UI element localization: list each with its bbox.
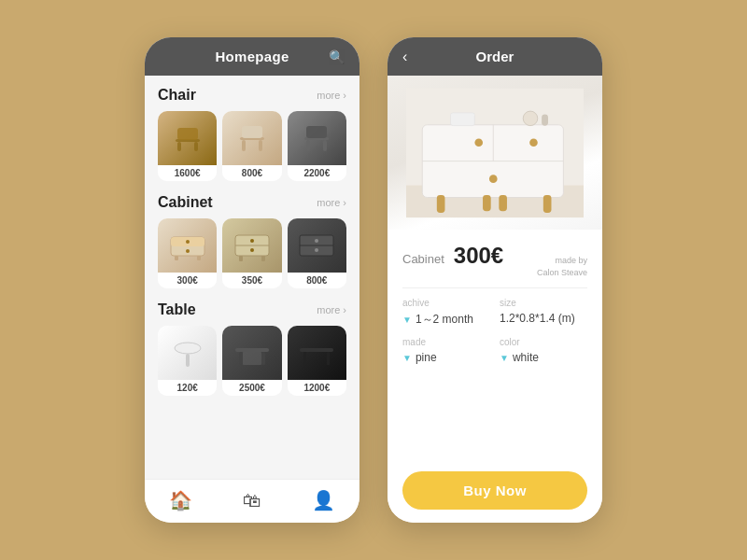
svg-rect-22 (239, 256, 243, 261)
cabinet-card-1[interactable]: 300€ (158, 218, 217, 288)
svg-point-15 (186, 249, 190, 253)
left-header: Homepage 🔍 (145, 37, 359, 76)
svg-rect-50 (542, 114, 548, 125)
chair-card-2[interactable]: 800€ (222, 111, 281, 181)
spec-size-value: 1.2*0.8*1.4 (m) (500, 312, 575, 325)
chair-svg-3 (297, 119, 336, 158)
spec-size: size 1.2*0.8*1.4 (m) (500, 298, 587, 328)
cabinet-img-3 (288, 218, 346, 273)
svg-rect-11 (323, 140, 327, 151)
nav-home[interactable]: 🏠 (145, 489, 217, 511)
spec-color-value-row[interactable]: ▼ white (500, 351, 587, 364)
chair-card-1[interactable]: 1600€ (158, 111, 217, 181)
divider-1 (402, 287, 587, 288)
cabinet-card-2[interactable]: 350€ (222, 218, 281, 288)
table-card-1[interactable]: 120€ (158, 326, 217, 396)
table-img-1 (158, 326, 217, 380)
profile-icon: 👤 (312, 489, 335, 511)
svg-rect-16 (175, 256, 178, 260)
cabinet-img-1 (158, 218, 217, 273)
cabinet-price-3: 800€ (288, 273, 346, 288)
svg-rect-29 (186, 354, 190, 367)
spec-color-arrow: ▼ (500, 353, 509, 363)
chair-svg-2 (233, 119, 272, 158)
chair-price-1: 1600€ (158, 165, 217, 181)
cabinet-svg-2 (232, 228, 273, 263)
specs-grid: achive ▼ 1～2 month size 1.2*0.8*1.4 (m) … (402, 298, 587, 364)
spec-made-label: made (402, 337, 490, 347)
cabinet-price-2: 350€ (222, 273, 281, 288)
svg-rect-23 (261, 256, 265, 261)
cabinet-svg-1 (167, 228, 208, 263)
svg-point-42 (474, 138, 483, 147)
table-card-3[interactable]: 1200€ (288, 326, 346, 396)
svg-point-44 (489, 175, 498, 183)
svg-rect-31 (239, 352, 243, 365)
chair-section: Chair more › 1600€ (158, 87, 346, 181)
svg-rect-1 (177, 128, 198, 140)
svg-rect-5 (242, 126, 262, 138)
chair-card-3[interactable]: 2200€ (288, 111, 346, 181)
svg-point-26 (315, 239, 318, 243)
svg-rect-9 (306, 126, 327, 138)
nav-cart[interactable]: 🛍 (217, 489, 289, 511)
spec-made: made ▼ pine (402, 337, 490, 364)
cabinet-price-1: 300€ (158, 273, 217, 288)
svg-rect-45 (437, 194, 445, 212)
chair-img-1 (158, 111, 217, 165)
cabinet-more-button[interactable]: more › (317, 197, 346, 208)
table-svg-1 (169, 335, 206, 371)
svg-point-27 (315, 248, 318, 252)
cart-icon: 🛍 (243, 490, 261, 511)
cabinet-card-3[interactable]: 800€ (288, 218, 346, 288)
chair-section-header: Chair more › (158, 87, 346, 104)
chair-img-2 (222, 111, 281, 165)
chair-section-title: Chair (158, 87, 196, 104)
cabinet-section: Cabinet more › 300€ (158, 194, 346, 288)
svg-rect-48 (499, 194, 507, 210)
chair-more-button[interactable]: more › (317, 90, 346, 101)
table-price-1: 120€ (158, 380, 217, 396)
bottom-nav: 🏠 🛍 👤 (145, 479, 359, 523)
buy-now-button[interactable]: Buy Now (402, 471, 587, 510)
search-icon[interactable]: 🔍 (329, 49, 345, 64)
chair-img-3 (288, 111, 346, 165)
spec-achive-value-row[interactable]: ▼ 1～2 month (402, 312, 490, 328)
table-section-header: Table more › (158, 301, 346, 318)
table-section-title: Table (158, 301, 196, 318)
chair-price-3: 2200€ (288, 165, 346, 181)
spec-achive-label: achive (402, 298, 490, 308)
spec-size-value-row: 1.2*0.8*1.4 (m) (500, 312, 587, 325)
order-header-title: Order (476, 49, 514, 64)
cabinet-section-header: Cabinet more › (158, 194, 346, 211)
svg-point-28 (175, 343, 201, 354)
svg-rect-46 (543, 194, 552, 212)
svg-rect-3 (194, 142, 198, 151)
spec-made-arrow: ▼ (402, 353, 412, 363)
back-icon[interactable]: ‹ (402, 49, 407, 65)
svg-rect-49 (523, 111, 538, 126)
table-card-2[interactable]: 2500€ (222, 326, 281, 396)
table-svg-3 (296, 335, 337, 371)
chair-product-row: 1600€ 800€ (158, 111, 346, 181)
product-hero-image (388, 76, 602, 230)
table-product-row: 120€ 2500€ (158, 326, 346, 396)
cabinet-hero-svg (406, 88, 584, 218)
spec-achive-value: 1～2 month (416, 312, 473, 328)
spec-size-label: size (500, 298, 587, 308)
nav-profile[interactable]: 👤 (288, 489, 359, 511)
svg-rect-2 (177, 142, 181, 151)
spec-color-value: white (513, 351, 539, 364)
spec-made-value-row[interactable]: ▼ pine (402, 351, 490, 364)
left-header-title: Homepage (215, 49, 289, 64)
cabinet-svg-3 (296, 228, 337, 263)
product-category: Cabinet (402, 252, 444, 266)
table-more-button[interactable]: more › (317, 304, 346, 315)
spec-made-value: pine (416, 351, 437, 364)
left-phone: Homepage 🔍 Chair more › (145, 37, 359, 523)
svg-rect-10 (306, 140, 310, 151)
spec-achive: achive ▼ 1～2 month (402, 298, 490, 328)
chair-price-2: 800€ (222, 165, 281, 181)
svg-rect-47 (483, 194, 491, 210)
cabinet-product-row: 300€ 350€ (158, 218, 346, 288)
